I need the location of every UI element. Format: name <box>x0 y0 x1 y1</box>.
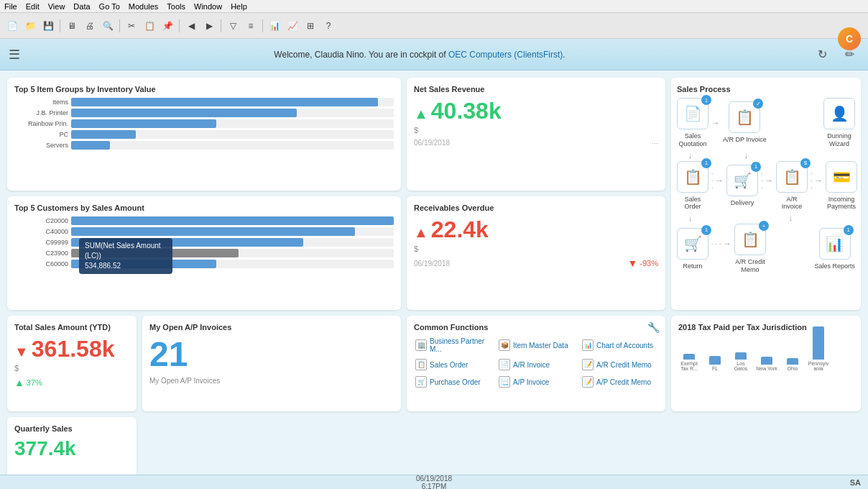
cf-ar-credit-memo-icon: 📝 <box>582 359 594 370</box>
cf-sales-order-icon: 📋 <box>415 359 427 370</box>
sp-ar-invoice[interactable]: 📋$ A/R Invoice <box>776 161 808 211</box>
sales-process-row2: 📋1 Sales Order - - - → 🛒1 Delivery - - -… <box>677 161 855 211</box>
cf-sales-order[interactable]: 📋 Sales Order <box>414 357 491 372</box>
sp-delivery[interactable]: 🛒1 Delivery <box>726 165 758 207</box>
sales-process-row1: 📄1 SalesQuotation → 📋✓ A/R DP Invoice 👤 … <box>677 98 855 148</box>
sp-incoming-payments-icon: 💳 <box>826 161 857 193</box>
toolbar-report[interactable]: 📈 <box>285 18 300 34</box>
sp-sales-order[interactable]: 📋1 Sales Order <box>677 161 708 211</box>
sp-ar-invoice-icon: 📋$ <box>776 161 808 193</box>
top5-customers-title: Top 5 Customers by Sales Amount <box>14 204 394 212</box>
toolbar-print[interactable]: 🖨 <box>82 18 98 34</box>
menu-view[interactable]: View <box>48 2 65 11</box>
sp-incoming-payments[interactable]: 💳 IncomingPayments <box>826 161 857 211</box>
cf-ap-credit-memo[interactable]: 📝 A/P Credit Memo <box>581 375 658 389</box>
bar-row-c20000: C20000 <box>14 216 394 225</box>
sp-dunning-wizard-label: DunningWizard <box>827 132 851 148</box>
sp-sales-quotation[interactable]: 📄1 SalesQuotation <box>677 98 708 148</box>
menu-edit[interactable]: Edit <box>26 2 40 11</box>
sp-delivery-label: Delivery <box>731 199 754 207</box>
toolbar-save[interactable]: 💾 <box>40 18 56 34</box>
open-invoices-value: 21 <box>149 336 394 374</box>
sp-ar-invoice-label: A/R Invoice <box>776 196 808 211</box>
cf-business-partner[interactable]: 🏢 Business Partner M... <box>414 336 491 355</box>
menu-goto[interactable]: Go To <box>99 2 120 11</box>
toolbar-sort[interactable]: ≡ <box>243 18 259 34</box>
top5-items-chart: Items J.B. Printer Rainbow Prin. PC Serv… <box>14 98 394 150</box>
bar-row-c99999: C99999 SUM(Net Sales Amount (LC)) 534,88… <box>14 238 394 247</box>
refresh-button[interactable]: ↻ <box>812 45 832 65</box>
tax-bar-pennsylvania: Pennsylvania <box>808 326 829 371</box>
cf-ap-invoice-icon: 📃 <box>499 376 510 388</box>
sp-dunning-wizard[interactable]: 👤 DunningWizard <box>823 98 855 148</box>
toolbar-cut[interactable]: ✂ <box>124 18 139 34</box>
menu-help[interactable]: Help <box>231 2 247 11</box>
toolbar-sep3 <box>179 19 180 32</box>
net-sales-value: 40.38k <box>414 98 658 124</box>
toolbar-forward[interactable]: ▶ <box>201 18 217 34</box>
status-bar: 06/19/2018 6:17PM SA <box>0 475 868 489</box>
tax-bar-losgatos: Los Gatos <box>730 352 752 371</box>
toolbar-print-preview[interactable]: 🖥 <box>64 18 80 34</box>
sp-sales-order-label: Sales Order <box>677 196 708 211</box>
total-sales-arrow <box>14 336 29 362</box>
menu-file[interactable]: File <box>4 2 17 11</box>
menu-bar: File Edit View Data Go To Modules Tools … <box>0 0 868 13</box>
menu-data[interactable]: Data <box>73 2 90 11</box>
card-open-invoices: My Open A/P Invoices 21 My Open A/P Invo… <box>142 316 401 411</box>
user-avatar[interactable]: C <box>838 27 861 50</box>
net-sales-ellipsis: ··· <box>652 139 658 147</box>
sp-sales-reports[interactable]: 📊1 Sales Reports <box>814 228 855 270</box>
quarterly-title: Quarterly Sales <box>14 424 129 433</box>
hamburger-menu[interactable]: ☰ <box>9 47 20 63</box>
cf-item-master[interactable]: 📦 Item Master Data <box>497 336 575 355</box>
toolbar-open[interactable]: 📁 <box>22 18 38 34</box>
status-time: 6:17PM <box>422 483 446 490</box>
toolbar-paste[interactable]: 📌 <box>160 18 175 34</box>
toolbar-expand[interactable]: ⊞ <box>303 18 318 34</box>
toolbar-copy[interactable]: 📋 <box>142 18 157 34</box>
tax-bar-fl: FL <box>704 356 726 371</box>
cf-chart-accounts[interactable]: 📊 Chart of Accounts <box>581 336 658 355</box>
tax-bar-exempt: Exempt Tax R... <box>678 354 700 371</box>
sp-badge1: 1 <box>701 95 711 105</box>
company-link[interactable]: OEC Computers (ClientsFirst) <box>448 50 563 60</box>
cf-purchase-order[interactable]: 🛒 Purchase Order <box>414 375 491 389</box>
card-net-sales: Net Sales Revenue 40.38k $ 06/19/2018 ··… <box>407 78 665 191</box>
card-top5-customers: Top 5 Customers by Sales Amount C20000 C… <box>7 196 401 310</box>
cf-ar-invoice[interactable]: 📄 A/R Invoice <box>497 357 575 372</box>
toolbar-new[interactable]: 📄 <box>4 18 20 34</box>
cf-ar-credit-memo[interactable]: 📝 A/R Credit Memo <box>581 357 658 372</box>
sp-ar-credit-memo[interactable]: 📋+ A/R CreditMemo <box>734 224 766 274</box>
toolbar: 📄 📁 💾 🖥 🖨 🔍 ✂ 📋 📌 ◀ ▶ ▽ ≡ 📊 📈 ⊞ ? <box>0 13 868 39</box>
tax-bar-ohio: Ohio <box>782 358 803 371</box>
cf-purchase-order-icon: 🛒 <box>415 376 427 388</box>
menu-tools[interactable]: Tools <box>167 2 185 11</box>
menu-window[interactable]: Window <box>194 2 222 11</box>
net-sales-currency: $ <box>414 126 658 134</box>
sales-process-title: Sales Process <box>677 85 855 93</box>
sp-return[interactable]: 🛒1 Return <box>677 228 708 270</box>
toolbar-find[interactable]: 🔍 <box>100 18 116 34</box>
toolbar-help2[interactable]: ? <box>320 18 336 34</box>
toolbar-filter[interactable]: ▽ <box>225 18 241 34</box>
bar-row-rainbow: Rainbow Prin. <box>14 119 394 128</box>
sp-ar-dp-invoice[interactable]: 📋✓ A/R DP Invoice <box>723 101 767 144</box>
top5-items-title: Top 5 Item Groups by Inventory Value <box>14 85 394 93</box>
total-sales-change: 37% <box>27 378 42 387</box>
total-sales-currency: $ <box>14 364 129 373</box>
status-app: SA <box>850 478 861 487</box>
menu-modules[interactable]: Modules <box>129 2 159 11</box>
cf-ap-invoice[interactable]: 📃 A/P Invoice <box>497 375 575 389</box>
bar-row-servers: Servers <box>14 141 394 150</box>
settings-wrench-icon[interactable]: 🔧 <box>647 321 660 333</box>
nav-title: Welcome, Claudia Nino. You are in cockpi… <box>27 50 812 60</box>
toolbar-chart[interactable]: 📊 <box>267 18 282 34</box>
status-date: 06/19/2018 <box>416 475 452 483</box>
card-quarterly: Quarterly Sales 377.4k <box>7 417 137 482</box>
receivables-change-arrow: ▼ <box>627 257 637 269</box>
toolbar-back[interactable]: ◀ <box>183 18 199 34</box>
receivables-currency: $ <box>414 244 658 253</box>
net-sales-title: Net Sales Revenue <box>414 85 658 93</box>
cf-chart-accounts-icon: 📊 <box>582 339 594 351</box>
